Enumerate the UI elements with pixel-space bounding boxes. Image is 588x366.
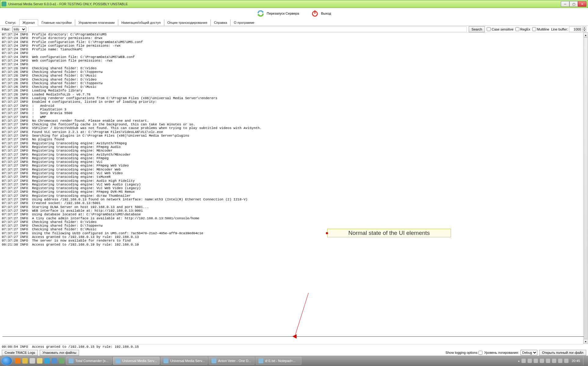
quicklaunch-icon[interactable] <box>37 358 42 364</box>
maximize-button[interactable]: ▢ <box>569 1 578 7</box>
restart-icon <box>257 10 264 17</box>
log-level-select[interactable]: Debug <box>521 350 537 355</box>
line-buffer-up[interactable]: ▲ <box>583 27 586 29</box>
log-line: 07:37:27 INFO Registering transcoding en… <box>2 168 583 171</box>
tray-icon[interactable] <box>546 359 550 363</box>
taskbar-item[interactable]: Universal Media Serv... <box>161 357 207 365</box>
log-line: 07:37:26 INFO Checking shared folder: D:… <box>2 70 583 74</box>
taskbar-item-icon <box>116 358 121 363</box>
log-area: 07:37:24 INFO Profile directory: C:\Prog… <box>0 33 588 350</box>
log-level-label: Уровень логирования: <box>484 351 519 354</box>
log-line: 07:37:27 INFO Registering transcoding en… <box>2 179 583 183</box>
log-line: 07:37:27 INFO VSFilter / DirectVobSub wa… <box>2 126 583 130</box>
tray-icon[interactable] <box>521 359 526 363</box>
scroll-down-arrow[interactable]: ▾ <box>583 339 588 344</box>
show-logging-options-checkbox[interactable] <box>478 351 482 355</box>
scroll-up-arrow[interactable]: ▴ <box>583 33 588 38</box>
log-line: 08:21:30 INFO Access granted to /192.168… <box>2 243 583 246</box>
taskbar-clock[interactable]: 20:45 <box>572 359 580 363</box>
tab-журнал[interactable]: Журнал <box>19 19 38 26</box>
window-title: Universal Media Server 6.0.0-a1 - FOR TE… <box>8 2 561 6</box>
vertical-scrollbar[interactable]: ▴ ▾ <box>583 33 588 344</box>
bottom-bar: Create TRACE Logs Упаковать лог-файлы Sh… <box>0 350 588 356</box>
power-icon <box>311 10 319 17</box>
tab-навигация-общий-доступ[interactable]: Навигация/общий доступ <box>118 19 164 26</box>
quicklaunch-icon[interactable] <box>30 358 35 364</box>
annotation-start-dot <box>326 232 328 234</box>
regex-checkbox[interactable] <box>515 27 519 31</box>
log-line: 07:37:27 INFO : Android <box>2 104 583 108</box>
start-button[interactable] <box>1 356 12 365</box>
search-input[interactable] <box>28 27 467 32</box>
taskbar-item[interactable]: d:\1.txt - Notepad+... <box>256 357 301 365</box>
windows-taskbar: Total Commander (x...Universal Media Ser… <box>0 356 588 366</box>
minimize-button[interactable]: ─ <box>561 1 569 7</box>
quicklaunch-icon[interactable] <box>59 358 64 364</box>
window-titlebar: Universal Media Server 6.0.0-a1 - FOR TE… <box>0 0 588 8</box>
quicklaunch-icon[interactable] <box>44 358 50 364</box>
log-line: 07:37:27 INFO Registering transcoding en… <box>2 190 583 194</box>
app-icon <box>2 2 6 6</box>
open-full-log-button[interactable]: Открыть полный лог-файл <box>539 350 586 356</box>
log-line: 07:37:27 INFO Registering transcoding en… <box>2 164 583 167</box>
tray-icon[interactable] <box>534 359 538 363</box>
tab-статус[interactable]: Статус <box>2 19 19 26</box>
tray-expand-icon[interactable]: ▴ <box>518 359 520 362</box>
log-line: 07:37:27 INFO Checking the fontconfig ca… <box>2 123 583 126</box>
log-line: 07:37:27 INFO A tiny cache admin interfa… <box>2 217 583 220</box>
taskbar-item-icon <box>164 358 168 363</box>
tab-о-программе[interactable]: О программе <box>230 19 258 26</box>
log-line: 07:37:27 INFO Enabled 4 configurations, … <box>2 100 583 104</box>
scroll-thumb[interactable] <box>584 38 588 339</box>
taskbar-item-label: d:\1.txt - Notepad+... <box>265 359 296 363</box>
log-line: 07:37:24 INFO Profile configuration file… <box>2 40 583 44</box>
pack-logs-button[interactable]: Упаковать лог-файлы <box>40 350 79 356</box>
main-toolbar: Перезапуск Сервера Выход <box>0 8 588 19</box>
log-line: 07:37:26 INFO Loading MediaInfo library <box>2 89 583 92</box>
line-buffer-input[interactable] <box>569 27 581 32</box>
annotation-arrowhead <box>292 334 297 339</box>
tab-опции-транскодирования[interactable]: Опции транскодирования <box>164 19 211 26</box>
filter-level-select[interactable]: Info <box>12 27 26 32</box>
filter-label: Filter: <box>2 27 10 31</box>
log-line: 07:37:27 INFO Registering transcoding en… <box>2 183 583 186</box>
case-sensitive-checkbox[interactable] <box>487 27 491 31</box>
tab-справка[interactable]: Справка <box>211 19 230 26</box>
tray-icon[interactable] <box>564 359 568 363</box>
taskbar-item[interactable]: Universal Media Serv... <box>113 357 160 365</box>
quicklaunch-icon[interactable] <box>52 358 57 364</box>
log-line: 07:37:27 INFO Searching for plugins in C… <box>2 134 583 138</box>
line-buffer-down[interactable]: ▼ <box>583 29 586 32</box>
log-line: 07:37:26 INFO Checking shared folder: D:… <box>2 78 583 81</box>
log-line: 07:37:27 INFO Access granted to /192.168… <box>2 235 583 239</box>
taskbar-item[interactable]: Anton Veter - One D... <box>209 357 254 365</box>
tray-icon[interactable] <box>552 359 556 363</box>
log-line: 07:37:27 INFO Registering transcoding en… <box>2 175 583 179</box>
tab-bar: СтатусЖурналГлавные настройкиУправление … <box>0 19 588 26</box>
show-desktop-button[interactable] <box>583 356 586 365</box>
tray-icon[interactable] <box>528 359 532 363</box>
tray-icon[interactable] <box>540 359 544 363</box>
log-line: 07:37:27 INFO Registering transcoding en… <box>2 149 583 152</box>
quicklaunch-icon[interactable] <box>22 358 28 364</box>
log-line: 07:37:27 INFO Created socket: /192.168.0… <box>2 201 583 205</box>
log-line: 07:37:26 INFO Loading renderer configura… <box>2 96 583 100</box>
log-line: 07:37:26 INFO Loaded MediaInfoLib - v0.7… <box>2 93 583 96</box>
taskbar-item-label: Total Commander (x... <box>75 359 108 363</box>
taskbar-item[interactable]: Total Commander (x... <box>66 357 112 365</box>
restart-server-button[interactable]: Перезапуск Сервера <box>257 10 299 17</box>
tab-главные-настройки[interactable]: Главные настройки <box>38 19 75 26</box>
tab-управление-плагинами[interactable]: Управление плагинами <box>75 19 118 26</box>
log-line: 07:37:27 INFO Using database located at:… <box>2 213 583 216</box>
exit-button[interactable]: Выход <box>311 10 331 17</box>
close-button[interactable]: ✕ <box>578 1 586 7</box>
log-line: 07:37:27 INFO Checking shared folder: D:… <box>2 224 583 228</box>
log-text[interactable]: 07:37:24 INFO Profile directory: C:\Prog… <box>2 33 583 344</box>
create-trace-button[interactable]: Create TRACE Logs <box>2 350 38 356</box>
tray-icon[interactable] <box>558 359 562 363</box>
search-button[interactable]: Search <box>469 26 485 32</box>
quicklaunch-icon[interactable] <box>15 358 20 364</box>
log-line: 07:37:28 INFO The server is now availabl… <box>2 239 583 242</box>
multiline-checkbox[interactable] <box>532 27 536 31</box>
log-line: 07:37:27 INFO Checking shared folder: D:… <box>2 220 583 224</box>
